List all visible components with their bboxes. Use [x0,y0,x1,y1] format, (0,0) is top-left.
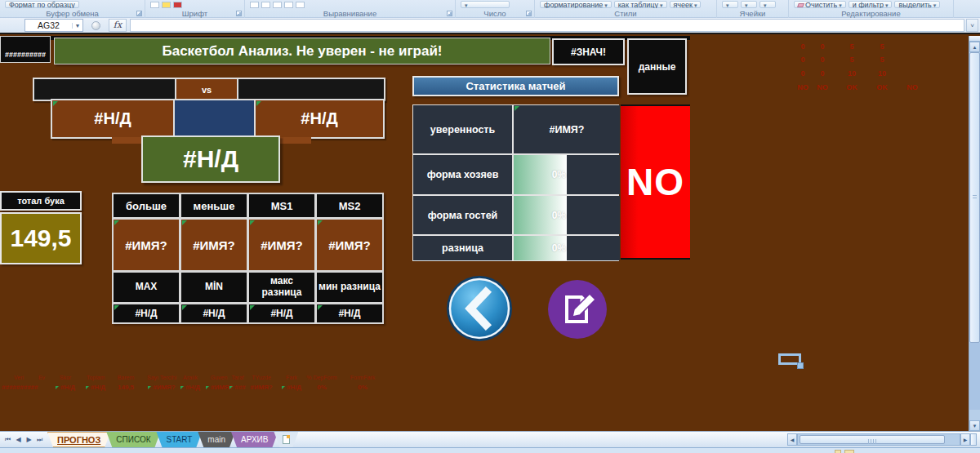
dialog-launcher-icon[interactable] [136,11,142,16]
ribbon-group-0: Формат по образцуБуфер обмена [0,0,145,18]
progress-value: 0% [514,196,567,234]
odds-value-cell: #ИМЯ? [181,220,247,270]
confidence-label: уверенность [413,105,512,153]
scroll-up-icon[interactable]: ▲ [969,42,980,52]
odds-header-cell: MS2 [317,194,382,217]
horizontal-scroll-track[interactable] [797,433,960,446]
alignment-button[interactable] [273,2,282,8]
split-handle[interactable] [969,36,980,42]
edit-button-0[interactable]: Очистить [794,1,846,8]
number-format-combo[interactable] [461,1,510,8]
style-button-2[interactable]: ячеек [670,1,702,8]
progress-value: 0% [514,155,567,194]
alignment-button[interactable] [250,2,259,8]
dialog-launcher-icon[interactable] [526,11,532,16]
detail-header: Aralık [176,375,204,380]
ribbon-group-5: Ячейки [717,0,789,18]
dialog-launcher-icon[interactable] [236,11,242,16]
tab-список[interactable]: СПИСОК [106,432,160,447]
detail-column-12: FormFark0% [345,375,381,391]
alignment-button[interactable] [284,2,293,8]
mini-grid-cell: 10 [840,69,864,78]
tab-прогноз[interactable]: ПРОГНОЗ [47,432,110,447]
first-sheet-icon[interactable]: ⏮ [3,436,12,444]
tab-start[interactable]: START [156,432,202,447]
style-button-0[interactable]: форматирование [540,1,612,8]
format-painter-button[interactable]: Формат по образцу [5,1,79,8]
stats-header-button[interactable]: Статистика матчей [412,76,619,96]
new-sheet-icon [283,435,290,444]
detail-column-6: Aralık#Н/Д [176,375,204,391]
name-box[interactable]: AG32 ▼ [24,19,83,32]
cells-button[interactable] [722,1,738,8]
last-sheet-icon[interactable]: ⏭ [35,436,44,444]
vertical-scrollbar[interactable]: ▲ ▼ [969,36,980,431]
yellow-color-swatch[interactable] [162,2,171,8]
shape-resize-handle[interactable] [797,362,804,369]
edit-button[interactable] [547,279,608,343]
error-indicator-icon [256,101,261,106]
name-box-dropdown-icon[interactable]: ▼ [72,23,82,29]
mini-grid-cell: 0 [810,56,835,64]
data-button[interactable]: данные [627,38,687,95]
expand-formula-bar-icon[interactable]: ˅ [966,19,978,32]
error-indicator-icon [514,106,519,111]
insert-function-button[interactable]: fx [109,19,127,32]
detail-header: Toplam [80,375,111,380]
edit-button-2[interactable]: выделить [894,1,940,8]
alignment-button[interactable] [296,2,305,8]
error-indicator-icon [282,386,285,389]
away-team-cell [238,79,384,100]
odds-stat-label-cell: MİN [181,273,247,302]
vertical-scroll-track[interactable] [969,343,980,410]
cells-button[interactable] [760,1,776,8]
mini-grid-cell: 0 [810,69,835,78]
next-sheet-icon[interactable]: ▶ [24,436,33,443]
scroll-left-icon[interactable]: ◀ [787,433,797,446]
odds-value-cell: #ИМЯ? [317,220,382,270]
tab-архив[interactable]: АРХИВ [231,432,278,447]
detail-column-0: Veri########## [2,375,36,391]
detail-header: Veri [2,375,36,380]
error-indicator-icon [318,220,323,225]
mini-grid-cell: OK [840,83,864,91]
back-button[interactable] [445,274,514,346]
horizontal-scroll-thumb[interactable] [800,435,945,444]
vertical-scroll-thumb[interactable] [969,52,980,343]
mini-grid-cell: 10 [870,69,894,78]
border-swatch[interactable] [150,2,159,8]
detail-header: TYuzde [245,375,278,380]
ribbon-group-label: Число [483,9,506,18]
prev-sheet-icon[interactable]: ◀ [14,436,23,443]
style-button-1[interactable]: как таблицу [614,1,667,8]
middle-value-cell [175,100,254,137]
horizontal-scrollbar[interactable]: ◀ ▶ [787,432,980,447]
result-cell: #Н/Д [141,135,280,183]
dialog-launcher-icon[interactable] [447,11,452,16]
error-indicator-icon [114,220,119,225]
edit-button-1[interactable]: и фильтр [849,1,893,8]
stats-bar-cell-1: 0% [514,196,620,234]
ribbon-group-4: форматированиекак таблицуячеекСтили [535,0,717,18]
detail-column-11: % DepForm0% [301,375,343,391]
insert-worksheet-tab[interactable] [274,432,298,447]
formula-bar: AG32 ▼ fx ˅ [0,18,980,34]
detail-value: #Н/Д [80,384,111,391]
tab-split-handle[interactable] [970,433,977,446]
detail-value: #Н/Д [176,384,204,391]
odds-stat-value-cell: #Н/Д [181,304,247,322]
detail-column-3: Toplam#Н/Д [80,375,111,391]
tab-main[interactable]: main [198,432,235,447]
detail-header: Barem [113,375,139,380]
detail-column-4: Barem149,5 [113,375,139,391]
mini-grid-cell: 5 [870,56,894,64]
formula-input[interactable] [130,19,964,32]
alignment-button[interactable] [261,2,270,8]
scroll-right-icon[interactable]: ▶ [960,433,970,446]
odds-stat-value-cell: #Н/Д [114,304,179,322]
scroll-down-icon[interactable]: ▼ [969,420,980,431]
verdict-badge: NO [621,104,690,260]
cells-button[interactable] [741,1,757,8]
odds-stat-label-cell: MAX [114,273,179,302]
red-color-swatch[interactable] [173,2,182,8]
